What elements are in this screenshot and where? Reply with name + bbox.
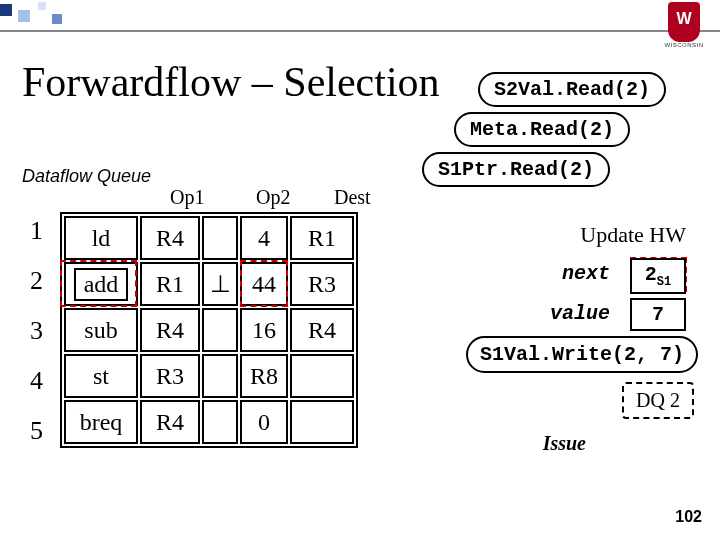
cell-dest: R4 <box>290 308 354 352</box>
cell-op2a <box>202 308 238 352</box>
update-hw-label: Update HW <box>580 222 686 248</box>
boxed-instr: add <box>74 268 129 301</box>
top-rule <box>0 30 720 32</box>
next-value: 2 <box>645 263 657 286</box>
cell-op2b: 44 <box>240 262 288 306</box>
deco-square <box>0 4 12 16</box>
cell-instr: breq <box>64 400 138 444</box>
deco-square <box>52 14 62 24</box>
cell-op2a <box>202 216 238 260</box>
page-number: 102 <box>675 508 702 526</box>
dq-box: DQ 2 <box>622 382 694 419</box>
cell-op1: R4 <box>140 308 200 352</box>
row-index: 5 <box>30 416 43 446</box>
top-decoration <box>0 0 720 36</box>
cell-op2b: 16 <box>240 308 288 352</box>
next-label: next <box>562 262 610 285</box>
slide-title: Forwardflow – Selection <box>22 58 440 106</box>
cell-op1: R1 <box>140 262 200 306</box>
table-row: st R3 R8 <box>64 354 354 398</box>
next-value-sub: S1 <box>657 275 671 289</box>
table-row: ld R4 4 R1 <box>64 216 354 260</box>
cell-op2b: R8 <box>240 354 288 398</box>
cell-instr: add <box>64 262 138 306</box>
row-index: 4 <box>30 366 43 396</box>
cell-instr: st <box>64 354 138 398</box>
next-value-box: 2S1 <box>630 258 686 294</box>
col-dest: Dest <box>334 186 371 209</box>
table-row: sub R4 16 R4 <box>64 308 354 352</box>
callout-s1val-write: S1Val.Write(2, 7) <box>466 336 698 373</box>
deco-square <box>38 2 46 10</box>
wisconsin-logo: W WISCONSIN <box>660 2 708 50</box>
cell-instr: ld <box>64 216 138 260</box>
col-op2: Op2 <box>256 186 290 209</box>
cell-dest: R1 <box>290 216 354 260</box>
logo-text: WISCONSIN <box>660 42 708 48</box>
cell-op2a: ⊥ <box>202 262 238 306</box>
cell-dest <box>290 400 354 444</box>
issue-label: Issue <box>543 432 586 455</box>
deco-square <box>18 10 30 22</box>
cell-op2a <box>202 400 238 444</box>
callout-s2val: S2Val.Read(2) <box>478 72 666 107</box>
cell-dest: R3 <box>290 262 354 306</box>
callout-meta: Meta.Read(2) <box>454 112 630 147</box>
table-row: breq R4 0 <box>64 400 354 444</box>
cell-op2a <box>202 354 238 398</box>
row-index: 1 <box>30 216 43 246</box>
cell-op2b: 0 <box>240 400 288 444</box>
dataflow-table: ld R4 4 R1 add R1 ⊥ 44 R3 sub R4 16 R4 s… <box>60 212 358 448</box>
dataflow-queue-label: Dataflow Queue <box>22 166 151 187</box>
cell-op2b: 4 <box>240 216 288 260</box>
table-row: add R1 ⊥ 44 R3 <box>64 262 354 306</box>
value-box: 7 <box>630 298 686 331</box>
row-index: 3 <box>30 316 43 346</box>
col-op1: Op1 <box>170 186 204 209</box>
row-index: 2 <box>30 266 43 296</box>
cell-op1: R4 <box>140 400 200 444</box>
crest-icon: W <box>668 2 700 42</box>
cell-dest <box>290 354 354 398</box>
cell-op1: R4 <box>140 216 200 260</box>
callout-s1ptr: S1Ptr.Read(2) <box>422 152 610 187</box>
cell-op1: R3 <box>140 354 200 398</box>
value-label: value <box>550 302 610 325</box>
boxed-op2: 44 <box>248 271 280 298</box>
cell-instr: sub <box>64 308 138 352</box>
